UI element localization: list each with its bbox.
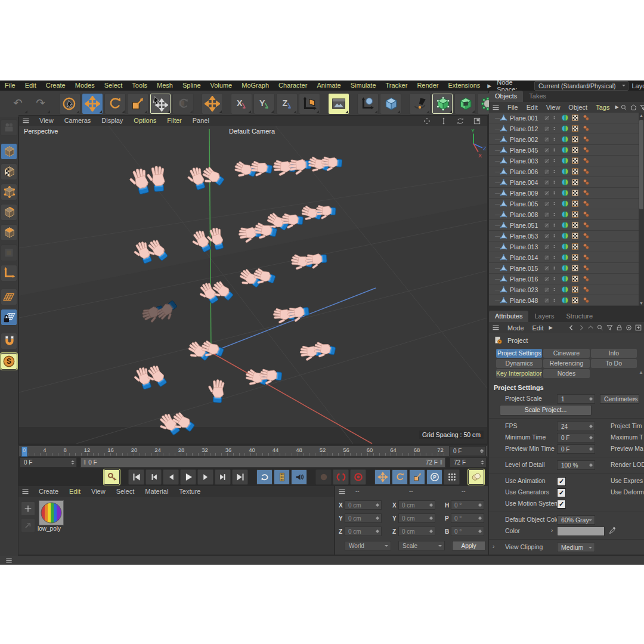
uvw-tag-icon[interactable] xyxy=(571,135,579,143)
menu-item[interactable]: Tools xyxy=(127,80,152,91)
object-name[interactable]: Plane.013 xyxy=(510,243,543,250)
menu-item[interactable]: Volume xyxy=(206,80,237,91)
phong-tag-icon[interactable] xyxy=(581,286,591,293)
current-frame-field[interactable]: 0 F xyxy=(449,446,486,456)
category-tab[interactable]: Dynamics xyxy=(496,359,542,368)
coordinate-field[interactable]: 0 ° xyxy=(451,513,484,523)
object-row[interactable]: — Plane.008 xyxy=(489,209,644,220)
uvw-tag-icon[interactable] xyxy=(571,168,579,175)
coordinate-space-dropdown[interactable]: World xyxy=(345,541,391,550)
object-row[interactable]: — Plane.015 xyxy=(489,263,644,274)
menu-item[interactable]: Render xyxy=(412,80,443,91)
category-tab[interactable]: Key Interpolation xyxy=(496,369,542,378)
edit-menu[interactable]: Edit xyxy=(528,324,548,332)
visibility-dots[interactable] xyxy=(552,189,556,197)
viewport-menu-item[interactable]: View xyxy=(34,116,59,126)
color-swatch[interactable] xyxy=(557,527,605,536)
key-pla-button[interactable] xyxy=(444,469,460,485)
edge-mode-button[interactable] xyxy=(1,204,17,221)
viewport-menu-item[interactable]: Panel xyxy=(187,116,215,126)
redo-button[interactable]: ↷ xyxy=(30,93,51,114)
texture-tag-icon[interactable] xyxy=(561,146,569,154)
uvw-tag-icon[interactable] xyxy=(571,146,579,154)
enable-toggle[interactable] xyxy=(543,125,550,132)
object-name[interactable]: Plane.006 xyxy=(510,168,543,175)
add-cube-button[interactable] xyxy=(380,93,401,114)
viewport-menu-item[interactable]: Display xyxy=(96,116,128,126)
range-start-field[interactable]: 0 F xyxy=(20,457,77,467)
phong-tag-icon[interactable] xyxy=(581,264,591,272)
visibility-dots[interactable] xyxy=(552,146,556,154)
pentagon-icon[interactable] xyxy=(630,104,637,112)
corner-pan-icon[interactable] xyxy=(423,117,431,125)
apply-button[interactable]: Apply xyxy=(452,541,485,550)
phong-tag-icon[interactable] xyxy=(581,146,591,154)
material-link-button[interactable] xyxy=(21,518,35,532)
object-row[interactable]: — Plane.006 xyxy=(489,166,644,177)
uvw-tag-icon[interactable] xyxy=(571,232,579,240)
uvw-tag-icon[interactable] xyxy=(571,200,579,208)
category-tab[interactable]: Project Settings xyxy=(496,349,542,358)
snap-button[interactable] xyxy=(1,333,17,349)
texture-tag-icon[interactable] xyxy=(561,157,569,165)
enable-toggle[interactable] xyxy=(543,211,550,218)
lock-workplane-button[interactable] xyxy=(1,309,17,326)
mode-menu[interactable]: Mode xyxy=(503,324,528,332)
enable-snap-button[interactable]: S xyxy=(1,353,17,370)
category-tab[interactable]: Cineware xyxy=(543,349,589,358)
search-icon[interactable] xyxy=(596,324,604,332)
menu-item[interactable]: MoGraph xyxy=(237,80,274,91)
object-row[interactable]: — Plane.053 xyxy=(489,231,644,242)
texture-tag-icon[interactable] xyxy=(561,253,569,261)
corner-dolly-icon[interactable] xyxy=(439,117,448,125)
enable-toggle[interactable] xyxy=(543,179,550,186)
texture-tag-icon[interactable] xyxy=(561,210,569,218)
enable-toggle[interactable] xyxy=(543,275,550,283)
uv-mode-button[interactable] xyxy=(1,244,17,261)
enable-toggle[interactable] xyxy=(543,114,550,122)
category-tab[interactable]: To Do xyxy=(591,359,637,368)
texture-tag-icon[interactable] xyxy=(561,296,569,304)
phong-tag-icon[interactable] xyxy=(581,210,591,218)
enable-toggle[interactable] xyxy=(543,222,550,229)
uvw-tag-icon[interactable] xyxy=(571,189,579,197)
value-field[interactable]: 24 xyxy=(557,422,595,431)
uvw-tag-icon[interactable] xyxy=(571,253,579,261)
plus-box-icon[interactable] xyxy=(634,324,642,332)
material-menu-item[interactable]: Select xyxy=(111,486,140,497)
loop-playback-button[interactable] xyxy=(256,469,273,485)
hamburger-icon[interactable] xyxy=(491,103,500,112)
texture-tag-icon[interactable] xyxy=(561,168,569,175)
category-tab[interactable]: Nodes xyxy=(543,369,589,378)
combined-move-button[interactable] xyxy=(150,93,171,114)
object-row[interactable]: — Plane.013 xyxy=(489,242,644,252)
keyframe-presets-button[interactable] xyxy=(468,469,484,485)
object-name[interactable]: Plane.012 xyxy=(510,125,543,132)
texture-tag-icon[interactable] xyxy=(561,189,569,197)
texture-tag-icon[interactable] xyxy=(561,178,569,186)
axis-mode-button[interactable] xyxy=(1,265,17,281)
object-row[interactable]: — Plane.014 xyxy=(489,252,644,263)
texture-tag-icon[interactable] xyxy=(561,286,569,293)
phong-tag-icon[interactable] xyxy=(581,168,591,175)
phong-tag-icon[interactable] xyxy=(581,200,591,208)
uvw-tag-icon[interactable] xyxy=(571,286,579,293)
coordinate-field[interactable]: 0 cm xyxy=(398,527,435,536)
move-tool-button[interactable] xyxy=(82,93,103,114)
panel-tab[interactable]: Structure xyxy=(561,311,599,322)
eyedropper-icon[interactable] xyxy=(608,526,617,535)
uvw-tag-icon[interactable] xyxy=(571,275,579,283)
key-scale-button[interactable] xyxy=(409,469,425,485)
undo-button[interactable]: ↶ xyxy=(7,93,29,114)
timeline-ruler[interactable]: 04812162024283236404448525660646872 0 F xyxy=(18,445,488,457)
uvw-tag-icon[interactable] xyxy=(571,296,579,304)
camera-label[interactable]: Default Camera xyxy=(229,128,275,135)
uvw-tag-icon[interactable] xyxy=(571,178,579,186)
checkbox[interactable]: ✓ xyxy=(557,477,566,486)
checkbox[interactable]: ✓ xyxy=(557,500,566,509)
material-menu-item[interactable]: Create xyxy=(33,486,64,497)
visibility-dots[interactable] xyxy=(552,135,556,143)
coordinate-field[interactable]: 0 ° xyxy=(451,500,484,510)
value-field[interactable]: 0 F xyxy=(557,433,595,442)
record-button[interactable] xyxy=(315,469,332,485)
